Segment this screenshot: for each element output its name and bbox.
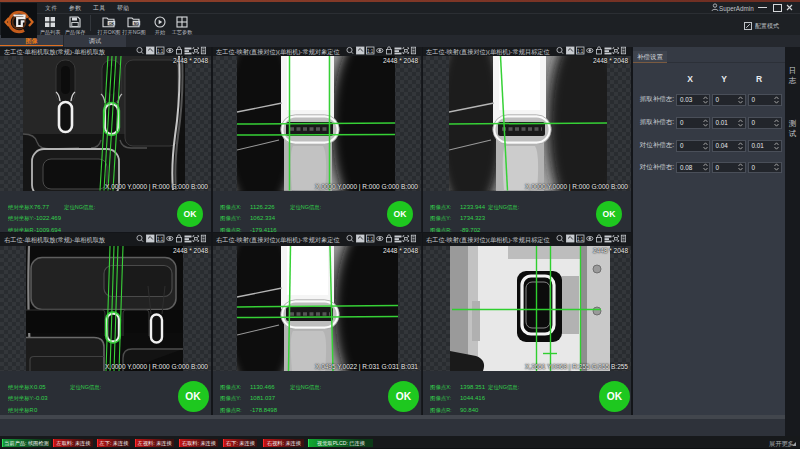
svg-text:OK: OK (109, 21, 115, 25)
svg-text:1:1: 1:1 (577, 237, 584, 242)
svg-text:1:1: 1:1 (577, 49, 584, 54)
svg-text:1:1: 1:1 (367, 237, 374, 242)
svg-text:NG: NG (134, 21, 140, 25)
svg-text:1:1: 1:1 (157, 49, 164, 54)
svg-text:1:1: 1:1 (367, 49, 374, 54)
svg-text:1:1: 1:1 (157, 237, 164, 242)
